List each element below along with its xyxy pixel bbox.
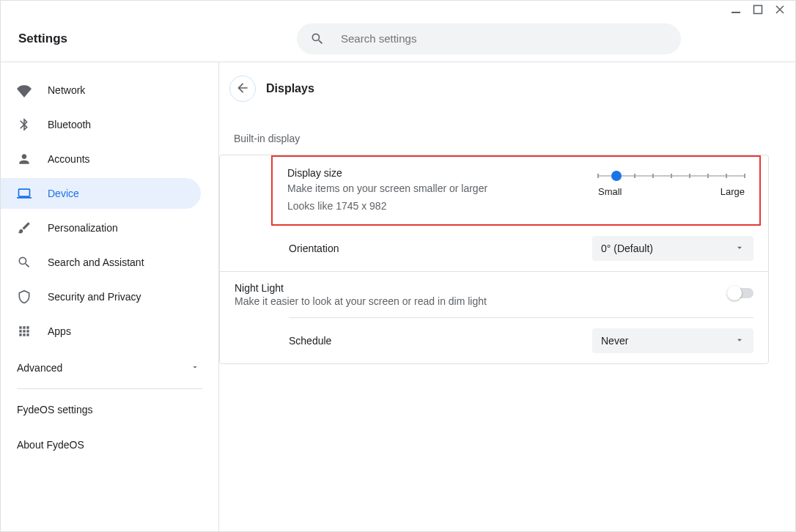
sidebar-item-network[interactable]: Network bbox=[1, 75, 218, 106]
sidebar-item-security-privacy[interactable]: Security and Privacy bbox=[1, 281, 218, 312]
sidebar-item-label: Personalization bbox=[48, 222, 118, 234]
sidebar: Network Bluetooth Accounts Device Person… bbox=[1, 62, 219, 531]
app-header: Settings bbox=[1, 15, 795, 62]
orientation-dropdown[interactable]: 0° (Default) bbox=[592, 236, 753, 261]
display-size-slider[interactable]: Small Large bbox=[598, 167, 745, 214]
sidebar-about[interactable]: About FydeOS bbox=[1, 427, 218, 462]
sidebar-item-search-assistant[interactable]: Search and Assistant bbox=[1, 247, 218, 278]
app-title: Settings bbox=[18, 32, 297, 46]
chevron-down-icon bbox=[734, 335, 745, 347]
orientation-label: Orientation bbox=[289, 243, 592, 254]
search-icon bbox=[310, 32, 325, 46]
sidebar-item-label: Accounts bbox=[48, 153, 90, 165]
svg-rect-0 bbox=[731, 12, 740, 13]
sidebar-item-label: Network bbox=[48, 84, 85, 96]
display-size-resolution: Looks like 1745 x 982 bbox=[287, 198, 598, 214]
toggle-knob bbox=[727, 286, 742, 300]
sidebar-item-device[interactable]: Device bbox=[1, 178, 201, 209]
display-settings-card: Display size Make items on your screen s… bbox=[219, 155, 769, 364]
shield-icon bbox=[17, 289, 32, 304]
sidebar-item-bluetooth[interactable]: Bluetooth bbox=[1, 109, 218, 140]
slider-thumb[interactable] bbox=[611, 171, 622, 181]
minimize-button[interactable] bbox=[731, 4, 741, 15]
advanced-label: Advanced bbox=[17, 362, 62, 374]
slider-label-small: Small bbox=[598, 186, 622, 197]
schedule-dropdown[interactable]: Never bbox=[592, 328, 753, 353]
sidebar-item-label: Bluetooth bbox=[48, 119, 91, 130]
search-input[interactable] bbox=[339, 32, 668, 45]
night-light-title: Night Light bbox=[235, 282, 729, 294]
sidebar-item-label: Device bbox=[48, 188, 79, 199]
sidebar-item-label: Security and Privacy bbox=[48, 291, 141, 303]
orientation-row: Orientation 0° (Default) bbox=[220, 226, 768, 271]
app-body: Network Bluetooth Accounts Device Person… bbox=[1, 62, 795, 531]
night-light-row: Night Light Make it easier to look at yo… bbox=[220, 272, 768, 310]
maximize-button[interactable] bbox=[753, 4, 763, 15]
night-light-toggle[interactable] bbox=[729, 288, 753, 298]
laptop-icon bbox=[17, 186, 32, 201]
app-window: Settings Network Bluetooth Accounts bbox=[0, 0, 796, 532]
sidebar-advanced[interactable]: Advanced bbox=[1, 350, 218, 385]
bluetooth-icon bbox=[17, 117, 32, 132]
display-size-title: Display size bbox=[287, 167, 598, 179]
back-button[interactable] bbox=[229, 75, 256, 102]
slider-label-large: Large bbox=[721, 186, 745, 197]
display-size-row: Display size Make items on your screen s… bbox=[271, 155, 761, 226]
arrow-back-icon bbox=[235, 81, 250, 97]
search-icon bbox=[17, 255, 32, 270]
svg-rect-1 bbox=[754, 6, 762, 14]
chevron-down-icon bbox=[191, 362, 199, 374]
brush-icon bbox=[17, 221, 32, 235]
close-button[interactable] bbox=[775, 4, 785, 15]
section-label-builtin-display: Built-in display bbox=[219, 133, 769, 144]
page-header: Displays bbox=[219, 74, 769, 103]
display-size-desc: Make items on your screen smaller or lar… bbox=[287, 180, 598, 196]
sidebar-item-accounts[interactable]: Accounts bbox=[1, 144, 218, 174]
window-titlebar bbox=[1, 1, 795, 15]
sidebar-item-apps[interactable]: Apps bbox=[1, 316, 218, 347]
schedule-value: Never bbox=[601, 335, 628, 347]
sidebar-divider bbox=[17, 388, 202, 389]
page-title: Displays bbox=[266, 82, 314, 95]
orientation-value: 0° (Default) bbox=[601, 243, 653, 254]
sidebar-item-label: Apps bbox=[48, 325, 71, 337]
person-icon bbox=[17, 152, 32, 166]
sidebar-fydeos-settings[interactable]: FydeOS settings bbox=[1, 392, 218, 427]
search-box[interactable] bbox=[297, 23, 681, 54]
sidebar-item-personalization[interactable]: Personalization bbox=[1, 213, 218, 243]
night-light-desc: Make it easier to look at your screen or… bbox=[235, 295, 729, 307]
sidebar-item-label: Search and Assistant bbox=[48, 256, 144, 268]
chevron-down-icon bbox=[734, 243, 745, 255]
schedule-row: Schedule Never bbox=[220, 318, 768, 363]
apps-icon bbox=[17, 324, 32, 339]
schedule-label: Schedule bbox=[289, 335, 592, 347]
content-area: Displays Built-in display Display size M… bbox=[219, 62, 795, 531]
wifi-icon bbox=[17, 83, 32, 97]
